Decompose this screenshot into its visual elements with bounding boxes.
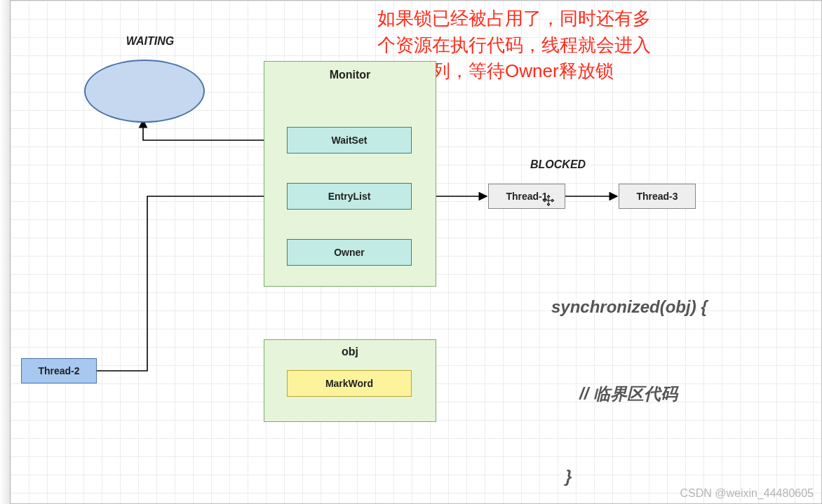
left-ruler <box>0 0 11 504</box>
blocked-label: BLOCKED <box>530 158 586 171</box>
waitset-box: WaitSet <box>287 127 412 154</box>
thread-2-box: Thread-2 <box>21 358 97 383</box>
move-cursor-icon <box>543 195 554 206</box>
annotation-line-2: 个资源在执行代码，线程就会进入 <box>377 34 651 55</box>
entrylist-box: EntryList <box>287 183 412 210</box>
waiting-label: WAITING <box>101 35 199 48</box>
code-line-1: synchronized(obj) { <box>551 297 708 317</box>
obj-title: obj <box>264 346 436 358</box>
thread-3-box: Thread-3 <box>619 184 696 209</box>
waiting-ellipse <box>84 60 205 123</box>
code-line-3: } <box>565 467 572 486</box>
annotation-text: 如果锁已经被占用了，同时还有多 个资源在执行代码，线程就会进入 阻塞队列，等待O… <box>377 6 812 85</box>
owner-box: Owner <box>287 239 412 266</box>
markword-box: MarkWord <box>287 370 412 397</box>
annotation-line-1: 如果锁已经被占用了，同时还有多 <box>377 8 651 29</box>
monitor-title: Monitor <box>264 69 436 81</box>
code-line-2: // 临界区代码 <box>579 383 678 405</box>
watermark: CSDN @weixin_44480605 <box>680 487 814 500</box>
